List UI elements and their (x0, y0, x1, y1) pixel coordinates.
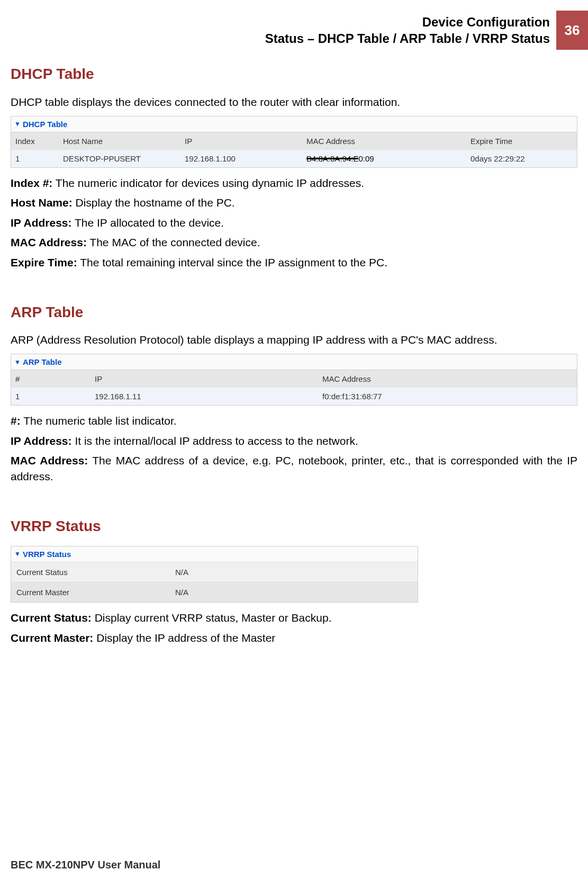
table-row: Current Status N/A (11, 562, 418, 582)
def-item: MAC Address: The MAC address of a device… (11, 453, 577, 484)
def-item: MAC Address: The MAC of the connected de… (11, 235, 577, 250)
cell-value: N/A (170, 582, 418, 603)
def-item: Host Name: Display the hostname of the P… (11, 195, 577, 210)
arp-definitions: #: The numeric table list indicator. IP … (11, 413, 577, 484)
def-item: Current Master: Display the IP address o… (11, 630, 577, 645)
table-row: 1 192.168.1.11 f0:de:f1:31:68:77 (11, 388, 577, 405)
col-mac: MAC Address (318, 370, 577, 388)
cell-mac: B4:8A:0A:94:E0:09 (302, 150, 466, 167)
cell-value: N/A (170, 562, 418, 582)
cell-mac: f0:de:f1:31:68:77 (318, 388, 577, 405)
chevron-down-icon: ▼ (14, 358, 21, 367)
vrrp-heading: VRRP Status (11, 516, 577, 536)
vrrp-panel-title-text: VRRP Status (23, 549, 71, 560)
def-item: #: The numeric table list indicator. (11, 413, 577, 428)
vrrp-panel: ▼ VRRP Status Current Status N/A Current… (11, 546, 418, 603)
header-title-line1: Device Configuration (265, 14, 550, 30)
vrrp-table: Current Status N/A Current Master N/A (11, 562, 418, 602)
arp-panel-title: ▼ ARP Table (11, 354, 577, 370)
arp-heading: ARP Table (11, 302, 577, 322)
arp-panel: ▼ ARP Table # IP MAC Address 1 192.168.1… (11, 354, 577, 406)
def-item: Current Status: Display current VRRP sta… (11, 610, 577, 625)
dhcp-panel-title: ▼ DHCP Table (11, 116, 577, 132)
col-ip: IP (91, 370, 318, 388)
page-header: Device Configuration Status – DHCP Table… (0, 0, 588, 50)
def-item: Expire Time: The total remaining interva… (11, 255, 577, 270)
dhcp-definitions: Index #: The numeric indicator for devic… (11, 175, 577, 270)
header-title: Device Configuration Status – DHCP Table… (265, 11, 556, 50)
col-ip: IP (180, 132, 302, 150)
table-header-row: Index Host Name IP MAC Address Expire Ti… (11, 132, 577, 150)
dhcp-panel: ▼ DHCP Table Index Host Name IP MAC Addr… (11, 116, 577, 168)
cell-num: 1 (11, 388, 91, 405)
cell-ip: 192.168.1.100 (180, 150, 302, 167)
def-item: IP Address: It is the internal/local IP … (11, 433, 577, 449)
footer-manual-name: BEC MX-210NPV User Manual (11, 857, 160, 872)
col-expire: Expire Time (466, 132, 577, 150)
strikethrough-icon (306, 158, 358, 159)
cell-key: Current Status (11, 562, 170, 582)
chevron-down-icon: ▼ (14, 550, 21, 559)
dhcp-panel-title-text: DHCP Table (23, 119, 67, 130)
dhcp-table: Index Host Name IP MAC Address Expire Ti… (11, 132, 577, 167)
table-row: 1 DESKTOP-PPUSERT 192.168.1.100 B4:8A:0A… (11, 150, 577, 167)
table-row: Current Master N/A (11, 582, 418, 603)
header-title-line2: Status – DHCP Table / ARP Table / VRRP S… (265, 30, 550, 47)
cell-expire: 0days 22:29:22 (466, 150, 577, 167)
table-header-row: # IP MAC Address (11, 370, 577, 388)
arp-panel-title-text: ARP Table (23, 356, 62, 367)
vrrp-panel-title: ▼ VRRP Status (11, 546, 418, 562)
def-item: Index #: The numeric indicator for devic… (11, 175, 577, 191)
cell-host: DESKTOP-PPUSERT (59, 150, 180, 167)
col-num: # (11, 370, 91, 388)
vrrp-definitions: Current Status: Display current VRRP sta… (11, 610, 577, 645)
cell-index: 1 (11, 150, 59, 167)
chevron-down-icon: ▼ (14, 120, 21, 129)
def-item: IP Address: The IP allocated to the devi… (11, 215, 577, 230)
arp-table: # IP MAC Address 1 192.168.1.11 f0:de:f1… (11, 370, 577, 405)
col-mac: MAC Address (302, 132, 466, 150)
cell-key: Current Master (11, 582, 170, 603)
arp-description: ARP (Address Resolution Protocol) table … (11, 332, 577, 347)
col-index: Index (11, 132, 59, 150)
dhcp-description: DHCP table displays the devices connecte… (11, 94, 577, 110)
page-number-badge: 36 (556, 11, 588, 50)
redacted-mac: B4:8A:0A:94:E0:09 (306, 154, 374, 163)
cell-ip: 192.168.1.11 (91, 388, 318, 405)
col-host: Host Name (59, 132, 180, 150)
dhcp-heading: DHCP Table (11, 64, 577, 84)
